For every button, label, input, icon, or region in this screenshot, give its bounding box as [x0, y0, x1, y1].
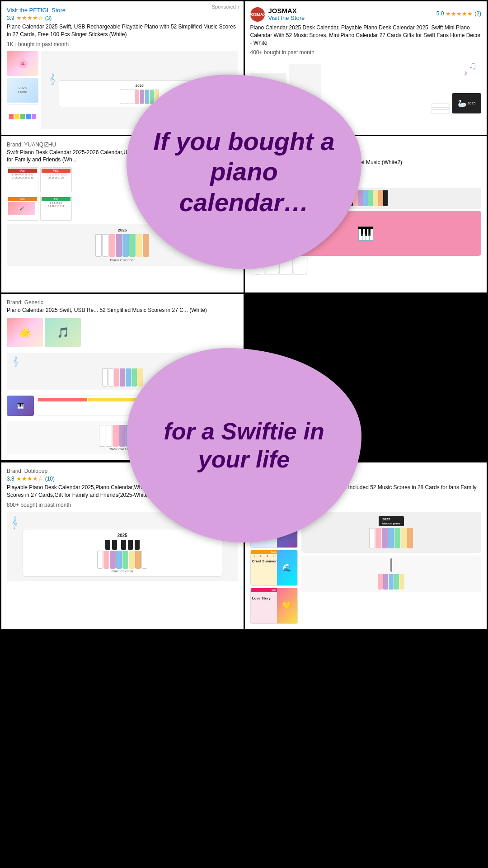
brand-label-5: Brand: Generic — [7, 299, 238, 306]
store-link-josmax[interactable]: Visit the Store — [268, 14, 436, 21]
sponsored-label: Sponsored ↑ — [212, 4, 240, 9]
stars-6: ★★★★☆ — [16, 475, 43, 482]
review-count-2: (2) — [474, 10, 481, 17]
overlay1-text: If you bought a piano calendar… — [149, 126, 339, 217]
thumb-stickers: 🌸 — [7, 51, 38, 76]
stars-1: ★★★★☆ — [16, 14, 43, 21]
rating-row-1: 3.9 ★★★★☆ (3) — [7, 14, 238, 21]
rating-num-1: 3.9 — [7, 15, 14, 21]
month-cal-jan-1: Jan. 🎤 — [7, 196, 38, 221]
josmax-logo: JOSMAX — [250, 7, 265, 22]
love-story-card: Jan. Love Story 💛 — [250, 588, 298, 624]
thumb-stack-1: 🌸 2025Piano — [7, 51, 38, 129]
rating-num-6: 3.8 — [7, 476, 14, 482]
review-count-6: (10) — [45, 476, 55, 482]
cruel-summer-card: Nov 1234567 Cruel Summer 🌊 — [250, 550, 298, 586]
rating-area-2: 5.0 ★★★★★ (2) — [436, 10, 481, 19]
overlay2-text: for a Swiftie in your life — [149, 417, 339, 474]
store-header-info-2: JOSMAX Visit the Store — [268, 7, 436, 22]
thumb-calendar-small: 2025Piano — [7, 78, 38, 103]
rating-num-2: 5.0 — [436, 10, 444, 17]
review-count-1: (3) — [45, 15, 52, 21]
store-header-2: JOSMAX JOSMAX Visit the Store 5.0 ★★★★★ … — [250, 7, 482, 22]
store-link-1[interactable]: Visit the PETIGL Store — [7, 7, 238, 14]
product-title-1: Piano Calendar 2025 Swift, USB Rechargea… — [7, 23, 238, 38]
month-cal-jan-2: Jan. 1 2 3 4 5 6 7 8 9 10 11 12 13 — [40, 196, 72, 221]
product-title-5: Piano Calendar 2025 Swift, USB Re... 52 … — [7, 307, 238, 314]
sticker-row-5: 🌟 🎵 — [7, 318, 238, 347]
bought-badge-1: 1K+ bought in past month — [7, 41, 238, 47]
product-title-2: Piano Calendar 2025 Desk Calendar, Playa… — [250, 24, 482, 47]
month-cal-feb: Feb. 17 18 19 20 21 22 23 24 25 26 27 28 — [40, 167, 72, 192]
thumb-rainbow — [7, 104, 38, 129]
store-name-josmax: JOSMAX — [268, 7, 436, 14]
month-cal-mar: Mar. 17 18 19 20 21 22 23 24 25 26 27 28… — [7, 167, 38, 192]
stars-2: ★★★★★ — [446, 10, 473, 17]
page-wrapper: If you bought a piano calendar… for a Sw… — [0, 0, 488, 868]
bought-badge-2: 400+ bought in past month — [250, 49, 482, 56]
rating-row-2: 5.0 ★★★★★ (2) — [436, 10, 481, 17]
main-piano-7: 2025Musical piano — [301, 512, 482, 624]
